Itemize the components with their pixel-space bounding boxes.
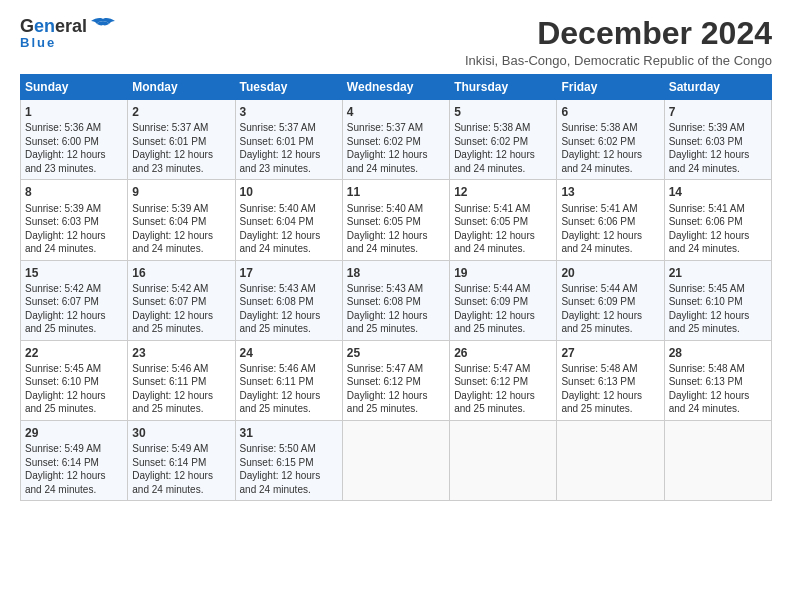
sunrise-text: Sunrise: 5:44 AM [454,282,552,296]
daylight-text: Daylight: 12 hours and 24 minutes. [347,148,445,175]
calendar-cell: 6Sunrise: 5:38 AMSunset: 6:02 PMDaylight… [557,100,664,180]
day-number: 21 [669,265,767,281]
daylight-text: Daylight: 12 hours and 24 minutes. [561,229,659,256]
daylight-text: Daylight: 12 hours and 23 minutes. [240,148,338,175]
sunrise-text: Sunrise: 5:39 AM [669,121,767,135]
sunrise-text: Sunrise: 5:47 AM [454,362,552,376]
sunrise-text: Sunrise: 5:37 AM [347,121,445,135]
col-friday: Friday [557,75,664,100]
daylight-text: Daylight: 12 hours and 24 minutes. [132,229,230,256]
calendar-cell [450,420,557,500]
daylight-text: Daylight: 12 hours and 24 minutes. [25,469,123,496]
title-block: December 2024 Inkisi, Bas-Congo, Democra… [465,16,772,68]
day-number: 26 [454,345,552,361]
sunset-text: Sunset: 6:03 PM [669,135,767,149]
calendar-cell: 28Sunrise: 5:48 AMSunset: 6:13 PMDayligh… [664,340,771,420]
daylight-text: Daylight: 12 hours and 25 minutes. [132,309,230,336]
sunset-text: Sunset: 6:14 PM [132,456,230,470]
sunrise-text: Sunrise: 5:44 AM [561,282,659,296]
daylight-text: Daylight: 12 hours and 24 minutes. [454,148,552,175]
daylight-text: Daylight: 12 hours and 24 minutes. [454,229,552,256]
day-number: 30 [132,425,230,441]
day-number: 14 [669,184,767,200]
col-tuesday: Tuesday [235,75,342,100]
daylight-text: Daylight: 12 hours and 24 minutes. [669,389,767,416]
calendar-cell: 8Sunrise: 5:39 AMSunset: 6:03 PMDaylight… [21,180,128,260]
day-number: 15 [25,265,123,281]
day-number: 3 [240,104,338,120]
day-number: 29 [25,425,123,441]
sunrise-text: Sunrise: 5:39 AM [25,202,123,216]
header: G en eral Blue December 2024 Inkisi, Bas… [20,16,772,68]
calendar-cell: 22Sunrise: 5:45 AMSunset: 6:10 PMDayligh… [21,340,128,420]
sunrise-text: Sunrise: 5:38 AM [454,121,552,135]
calendar-cell: 12Sunrise: 5:41 AMSunset: 6:05 PMDayligh… [450,180,557,260]
col-thursday: Thursday [450,75,557,100]
calendar-cell: 17Sunrise: 5:43 AMSunset: 6:08 PMDayligh… [235,260,342,340]
sunset-text: Sunset: 6:11 PM [132,375,230,389]
logo-line1: G en eral [20,16,117,37]
daylight-text: Daylight: 12 hours and 24 minutes. [132,469,230,496]
calendar-week-4: 22Sunrise: 5:45 AMSunset: 6:10 PMDayligh… [21,340,772,420]
daylight-text: Daylight: 12 hours and 25 minutes. [25,309,123,336]
day-number: 13 [561,184,659,200]
logo-general-g: G [20,16,34,37]
calendar-cell [664,420,771,500]
sunset-text: Sunset: 6:07 PM [25,295,123,309]
sunset-text: Sunset: 6:07 PM [132,295,230,309]
sunset-text: Sunset: 6:14 PM [25,456,123,470]
sunrise-text: Sunrise: 5:45 AM [25,362,123,376]
sunrise-text: Sunrise: 5:37 AM [132,121,230,135]
calendar-week-3: 15Sunrise: 5:42 AMSunset: 6:07 PMDayligh… [21,260,772,340]
calendar-week-2: 8Sunrise: 5:39 AMSunset: 6:03 PMDaylight… [21,180,772,260]
col-monday: Monday [128,75,235,100]
calendar-cell [557,420,664,500]
sunset-text: Sunset: 6:10 PM [25,375,123,389]
sunset-text: Sunset: 6:00 PM [25,135,123,149]
sunset-text: Sunset: 6:10 PM [669,295,767,309]
calendar-cell: 14Sunrise: 5:41 AMSunset: 6:06 PMDayligh… [664,180,771,260]
day-number: 4 [347,104,445,120]
daylight-text: Daylight: 12 hours and 24 minutes. [669,148,767,175]
sunset-text: Sunset: 6:09 PM [454,295,552,309]
sunrise-text: Sunrise: 5:43 AM [347,282,445,296]
sunrise-text: Sunrise: 5:41 AM [669,202,767,216]
calendar-cell: 24Sunrise: 5:46 AMSunset: 6:11 PMDayligh… [235,340,342,420]
calendar-cell: 21Sunrise: 5:45 AMSunset: 6:10 PMDayligh… [664,260,771,340]
day-number: 18 [347,265,445,281]
sunrise-text: Sunrise: 5:48 AM [561,362,659,376]
daylight-text: Daylight: 12 hours and 24 minutes. [669,229,767,256]
logo-general-eral: eral [55,16,87,37]
sunset-text: Sunset: 6:02 PM [561,135,659,149]
sunset-text: Sunset: 6:09 PM [561,295,659,309]
day-number: 11 [347,184,445,200]
day-number: 19 [454,265,552,281]
sunrise-text: Sunrise: 5:37 AM [240,121,338,135]
calendar-cell: 11Sunrise: 5:40 AMSunset: 6:05 PMDayligh… [342,180,449,260]
sunrise-text: Sunrise: 5:49 AM [25,442,123,456]
calendar-cell: 26Sunrise: 5:47 AMSunset: 6:12 PMDayligh… [450,340,557,420]
sunset-text: Sunset: 6:06 PM [561,215,659,229]
sunset-text: Sunset: 6:02 PM [454,135,552,149]
calendar-cell [342,420,449,500]
daylight-text: Daylight: 12 hours and 25 minutes. [454,389,552,416]
daylight-text: Daylight: 12 hours and 25 minutes. [669,309,767,336]
sunset-text: Sunset: 6:08 PM [347,295,445,309]
day-number: 17 [240,265,338,281]
daylight-text: Daylight: 12 hours and 25 minutes. [561,309,659,336]
calendar-cell: 16Sunrise: 5:42 AMSunset: 6:07 PMDayligh… [128,260,235,340]
day-number: 1 [25,104,123,120]
daylight-text: Daylight: 12 hours and 25 minutes. [240,389,338,416]
calendar-cell: 3Sunrise: 5:37 AMSunset: 6:01 PMDaylight… [235,100,342,180]
sunset-text: Sunset: 6:01 PM [132,135,230,149]
calendar-header-row: Sunday Monday Tuesday Wednesday Thursday… [21,75,772,100]
calendar-cell: 7Sunrise: 5:39 AMSunset: 6:03 PMDaylight… [664,100,771,180]
calendar-cell: 13Sunrise: 5:41 AMSunset: 6:06 PMDayligh… [557,180,664,260]
logo-bird-icon [89,17,117,37]
day-number: 12 [454,184,552,200]
calendar-cell: 19Sunrise: 5:44 AMSunset: 6:09 PMDayligh… [450,260,557,340]
sunrise-text: Sunrise: 5:49 AM [132,442,230,456]
col-sunday: Sunday [21,75,128,100]
sunrise-text: Sunrise: 5:36 AM [25,121,123,135]
sunrise-text: Sunrise: 5:42 AM [25,282,123,296]
